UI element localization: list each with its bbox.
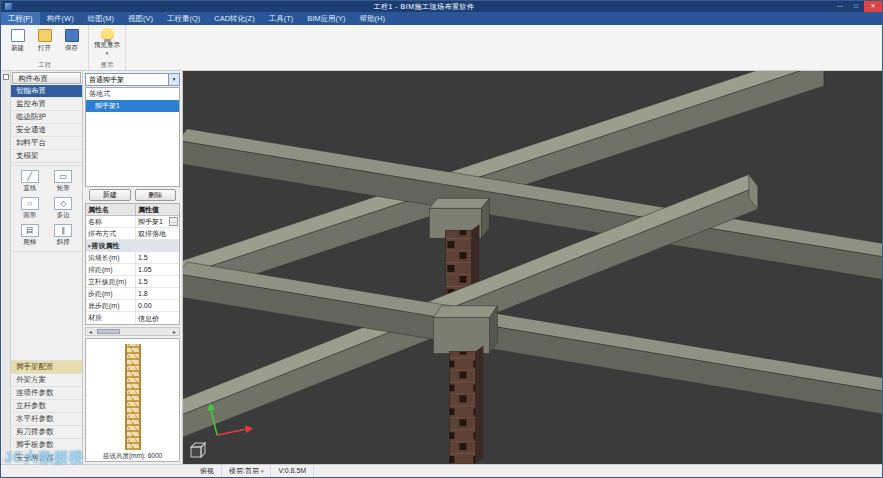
table-row: 名称 脚手架1… <box>86 216 179 228</box>
save-disk-icon <box>65 29 79 42</box>
sidebar-item-unloading-platform[interactable]: 卸料平台 <box>11 137 82 150</box>
prop-value[interactable]: 1.05 <box>136 264 179 275</box>
menu-tab-component[interactable]: 构件(W) <box>40 12 81 25</box>
param-item-upright[interactable]: 立杆参数 <box>11 399 82 412</box>
ribbon: 新建 打开 保存 工程 预览显示 ▾ 显示 <box>1 25 882 71</box>
prop-group-text: 搭设属性 <box>92 242 120 249</box>
menu-bar: 工程(F) 构件(W) 绘图(M) 视图(V) 工程量(Q) CAD转化(Z) … <box>1 12 882 25</box>
prop-name: 名称 <box>86 216 136 227</box>
prop-value[interactable]: 0.00 <box>136 300 179 311</box>
table-row: 排布方式 双排落地 <box>86 228 179 240</box>
prop-value[interactable]: 1.5 <box>136 276 179 287</box>
prop-name: 沿墙长(m) <box>86 252 136 263</box>
list-group-label: 落地式 <box>86 88 179 100</box>
save-button[interactable]: 保存 <box>59 26 84 55</box>
scaffold-type-combo[interactable]: 普通脚手架 ▼ <box>85 73 180 86</box>
param-item-cross-brace[interactable]: 剪刀撑参数 <box>11 425 82 438</box>
maximize-button[interactable]: □ <box>848 1 864 12</box>
tool-circle[interactable]: ○ 圆形 <box>13 197 47 220</box>
lightbulb-icon <box>101 28 114 40</box>
memory-indicator: V:0.8.5M <box>271 465 314 477</box>
preview-display-button[interactable]: 预览显示 ▾ <box>92 26 122 57</box>
floor-label: 楼层:首层 <box>229 467 259 474</box>
delete-item-button[interactable]: 删除 <box>135 189 177 201</box>
view-mode-status[interactable]: 俯视 <box>193 465 222 477</box>
open-button[interactable]: 打开 <box>32 26 57 55</box>
tool-ladder[interactable]: 目 爬梯 <box>13 224 47 247</box>
param-item-wall-tie[interactable]: 连墙件参数 <box>11 386 82 399</box>
table-row: 底步距(m) 0.00 <box>86 300 179 312</box>
param-item-horizontal-bar[interactable]: 水平杆参数 <box>11 412 82 425</box>
tool-brace[interactable]: ∥ 斜撑 <box>47 224 81 247</box>
minimize-button[interactable]: — <box>832 1 848 12</box>
prop-value[interactable]: 脚手架1… <box>136 216 179 227</box>
circle-icon: ○ <box>21 197 39 210</box>
viewport-3d[interactable] <box>183 71 882 464</box>
param-item-outer-scheme[interactable]: 外架方案 <box>11 373 82 386</box>
prop-value[interactable]: 1.8 <box>136 288 179 299</box>
sidebar-item-safe-passage[interactable]: 安全通道 <box>11 124 82 137</box>
rectangle-icon: ▭ <box>54 170 72 183</box>
combo-arrow-icon[interactable]: ▼ <box>168 74 179 85</box>
table-row: 立杆纵距(m) 1.5 <box>86 276 179 288</box>
menu-tab-tools[interactable]: 工具(T) <box>262 12 301 25</box>
prop-name: 排距(m) <box>86 264 136 275</box>
expander-icon[interactable]: ▾ <box>88 243 91 249</box>
sidebar-item-formwork[interactable]: 支模架 <box>11 150 82 163</box>
sidebar-item-monitor[interactable]: 监控布置 <box>11 98 82 111</box>
ladder-icon: 目 <box>21 224 39 237</box>
sidebar-item-edge-protection[interactable]: 临边防护 <box>11 111 82 124</box>
view-cube-icon[interactable] <box>191 443 205 457</box>
close-button[interactable]: ✕ <box>864 1 882 12</box>
combo-value: 普通脚手架 <box>86 75 168 85</box>
chevron-down-icon: ▾ <box>261 468 264 474</box>
scroll-left-icon[interactable]: ◄ <box>86 329 95 335</box>
status-bar: 俯视 楼层:首层 ▾ V:0.8.5M <box>1 464 882 477</box>
sidebar-item-layout[interactable]: 构件布置 <box>12 72 81 84</box>
preview-caption: 搭设高度(mm): 6000 <box>103 450 162 461</box>
list-item-scaffold1[interactable]: 脚手架1 <box>86 100 179 112</box>
floor-selector[interactable]: 楼层:首层 ▾ <box>222 465 271 477</box>
header-prop-name: 属性名 <box>86 204 136 215</box>
ellipsis-button[interactable]: … <box>169 217 178 226</box>
3d-scene[interactable] <box>183 71 882 464</box>
param-item-safety-net[interactable]: 安全网参数 <box>11 451 82 464</box>
prop-name: 材质 <box>86 312 136 324</box>
param-item-scaffold-config[interactable]: 脚手架配置 <box>11 360 82 373</box>
header-prop-value: 属性值 <box>136 204 179 215</box>
panel-toggle-icon[interactable] <box>3 74 9 80</box>
prop-value <box>136 240 179 251</box>
menu-tab-help[interactable]: 帮助(H) <box>353 12 392 25</box>
prop-name: 排布方式 <box>86 228 136 239</box>
prop-value[interactable]: 1.5 <box>136 252 179 263</box>
tool-rectangle[interactable]: ▭ 矩形 <box>47 170 81 193</box>
menu-tab-draw[interactable]: 绘图(M) <box>81 12 121 25</box>
scrollbar-thumb[interactable] <box>97 329 120 334</box>
tool-polygon-label: 多边 <box>57 211 70 220</box>
preview-display-label: 预览显示 <box>94 41 120 50</box>
tool-line[interactable]: ╱ 直线 <box>13 170 47 193</box>
save-button-label: 保存 <box>65 44 78 53</box>
tool-polygon[interactable]: ◇ 多边 <box>47 197 81 220</box>
sidebar-item-smart-layout[interactable]: 智能布置 <box>11 85 82 98</box>
new-button[interactable]: 新建 <box>5 26 30 55</box>
param-item-plank[interactable]: 脚手板参数 <box>11 438 82 451</box>
menu-tab-cad[interactable]: CAD转化(Z) <box>207 12 261 25</box>
collapsed-panel-strip[interactable] <box>1 71 11 464</box>
prop-name: 立杆纵距(m) <box>86 276 136 287</box>
prop-value[interactable]: 双排落地 <box>136 228 179 239</box>
scroll-right-icon[interactable]: ► <box>170 329 179 335</box>
menu-tab-quantity[interactable]: 工程量(Q) <box>160 12 207 25</box>
ribbon-group-display-label: 显示 <box>92 60 122 70</box>
table-group-row[interactable]: ▾搭设属性 <box>86 240 179 252</box>
scaffold-list: 落地式 脚手架1 <box>85 87 180 187</box>
menu-tab-project[interactable]: 工程(F) <box>1 12 40 25</box>
menu-tab-view[interactable]: 视图(V) <box>121 12 160 25</box>
horizontal-scrollbar[interactable]: ◄ ► <box>85 327 180 336</box>
draw-tools-grid: ╱ 直线 ▭ 矩形 ○ 圆形 ◇ 多边 目 爬梯 <box>11 165 82 252</box>
scrollbar-track[interactable] <box>95 328 170 335</box>
open-button-label: 打开 <box>38 44 51 53</box>
new-item-button[interactable]: 新建 <box>89 189 131 201</box>
prop-value[interactable]: 信息价 <box>136 312 179 324</box>
menu-tab-bim[interactable]: BIM应用(Y) <box>300 12 352 25</box>
